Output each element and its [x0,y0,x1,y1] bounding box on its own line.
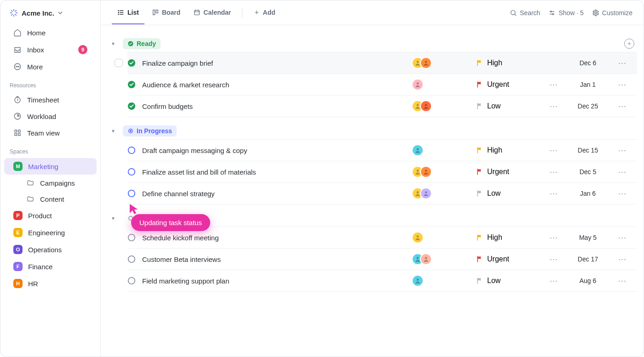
avatar[interactable] [412,79,424,91]
priority[interactable]: Urgent [476,255,545,263]
task-row[interactable]: Confirm budgets Low ··· Dec 25 ··· [127,96,637,117]
avatar[interactable] [420,166,432,178]
subtasks-button[interactable]: ··· [545,146,563,155]
sidebar-item-space-finance[interactable]: FFinance [4,258,97,275]
status-icon[interactable] [127,80,136,89]
priority[interactable]: High [476,146,545,154]
task-menu[interactable]: ··· [613,276,632,286]
priority[interactable]: Low [476,189,545,198]
group-pill[interactable]: Ready [123,38,161,49]
status-icon[interactable] [127,59,136,67]
customize-button[interactable]: Customize [592,9,632,17]
due-date[interactable]: Dec 6 [563,59,613,67]
due-date[interactable]: May 5 [563,234,613,241]
priority[interactable]: High [476,59,545,67]
subtasks-button[interactable]: ··· [545,167,563,177]
status-icon[interactable] [127,255,136,263]
task-row[interactable]: Define channel strategy Low ··· Jan 6 ··… [127,183,637,204]
due-date[interactable]: Jan 1 [563,81,613,88]
avatar[interactable] [420,100,432,112]
task-row[interactable]: Audience & market research Urgent ··· Ja… [127,74,637,96]
search-button[interactable]: Search [510,9,540,17]
add-task-button[interactable] [624,39,634,49]
avatar[interactable] [412,232,424,244]
collapse-toggle[interactable]: ▾ [112,128,118,134]
assignees[interactable] [412,100,476,112]
subtasks-button[interactable]: ··· [545,189,563,198]
assignees[interactable] [412,275,476,287]
task-menu[interactable]: ··· [613,167,632,177]
task-menu[interactable]: ··· [613,58,632,68]
due-date[interactable]: Dec 15 [563,147,613,154]
collapse-toggle[interactable]: ▾ [112,215,118,221]
avatar[interactable] [420,57,432,69]
task-menu[interactable]: ··· [613,255,632,264]
avatar[interactable] [412,144,424,156]
priority[interactable]: High [476,233,545,242]
status-icon[interactable] [127,189,136,198]
subtasks-button[interactable]: ··· [545,255,563,264]
sidebar-item-home[interactable]: Home [4,25,97,40]
assignees[interactable] [412,144,476,156]
status-icon[interactable] [127,146,136,154]
group-pill[interactable]: In Progress [123,125,177,136]
assignees[interactable] [412,57,476,69]
avatar[interactable] [412,275,424,287]
show-button[interactable]: Show · 5 [548,9,583,17]
due-date[interactable]: Dec 17 [563,255,613,263]
sidebar-item-space-hr[interactable]: HHR [4,275,97,292]
sidebar-item-inbox[interactable]: Inbox 9 [4,41,97,58]
task-menu[interactable]: ··· [613,102,632,111]
task-menu[interactable]: ··· [613,80,632,90]
workspace-switcher[interactable]: Acme Inc. [0,6,100,24]
sidebar-item-more[interactable]: More [4,59,97,74]
task-row[interactable]: Draft campaign messaging & copy High ···… [127,139,637,161]
assignees[interactable] [412,187,476,199]
task-menu[interactable]: ··· [613,146,632,155]
view-board[interactable]: Board [146,1,186,24]
due-date[interactable]: Dec 5 [563,168,613,176]
assignees[interactable] [412,79,476,91]
priority[interactable]: Urgent [476,168,545,176]
sidebar-item-workload[interactable]: Workload [4,108,97,124]
assignees[interactable] [412,232,476,244]
view-list[interactable]: List [112,1,144,24]
sidebar-item-space-operations[interactable]: OOperations [4,241,97,258]
status-icon[interactable] [127,277,136,285]
task-row[interactable]: Field marketing support plan Low ··· Aug… [127,270,637,292]
priority[interactable]: Low [476,277,545,285]
due-date[interactable]: Dec 25 [563,102,613,110]
priority[interactable]: Low [476,102,545,110]
sidebar-subitem[interactable]: Content [4,191,97,207]
avatar[interactable] [420,187,432,199]
subtasks-button[interactable]: ··· [545,80,563,90]
subtasks-button[interactable]: ··· [545,102,563,111]
status-icon[interactable] [127,102,136,110]
subtasks-button[interactable]: ··· [545,276,563,286]
sidebar-item-space-engineering[interactable]: EEngineering [4,224,97,241]
task-checkbox[interactable] [115,59,123,67]
assignees[interactable] [412,253,476,265]
task-row[interactable]: Finalize campaign brief High Dec 6 ··· [127,52,637,74]
collapse-toggle[interactable]: ▾ [112,40,118,47]
due-date[interactable]: Aug 6 [563,277,613,284]
sidebar-item-space-product[interactable]: PProduct [4,207,97,224]
svg-rect-16 [15,134,17,136]
sidebar-item-space-marketing[interactable]: MMarketing [4,158,97,175]
assignees[interactable] [412,166,476,178]
sidebar-subitem[interactable]: Campaigns [4,175,97,191]
sidebar-item-teamview[interactable]: Team view [4,125,97,141]
status-icon[interactable] [127,233,136,242]
avatar[interactable] [420,253,432,265]
subtasks-button[interactable]: ··· [545,233,563,243]
task-row[interactable]: Finalize asset list and bill of material… [127,161,637,183]
view-add[interactable]: Add [248,1,281,24]
task-row[interactable]: Customer Beta interviews Urgent ··· Dec … [127,249,637,270]
view-calendar[interactable]: Calendar [188,1,236,24]
priority[interactable]: Urgent [476,80,545,89]
status-icon[interactable] [127,168,136,176]
sidebar-item-timesheet[interactable]: Timesheet [4,92,97,108]
task-menu[interactable]: ··· [613,233,632,243]
task-menu[interactable]: ··· [613,189,632,198]
due-date[interactable]: Jan 6 [563,190,613,197]
